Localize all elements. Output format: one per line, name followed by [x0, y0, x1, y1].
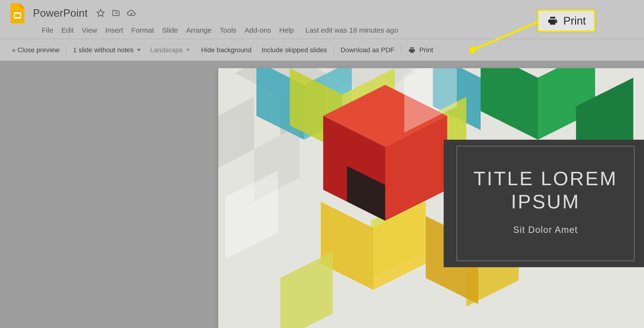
cloud-saved-icon[interactable]: [127, 8, 136, 18]
toolbar-separator: [66, 45, 66, 55]
move-to-folder-icon[interactable]: [112, 8, 120, 18]
svg-point-2: [414, 49, 414, 50]
slide-layout-dropdown[interactable]: 1 slide without notes: [73, 46, 141, 54]
download-pdf-button[interactable]: Download as PDF: [340, 46, 394, 54]
close-preview-button[interactable]: « Close preview: [12, 46, 60, 54]
menu-format[interactable]: Format: [132, 26, 154, 34]
menu-tools[interactable]: Tools: [220, 26, 236, 34]
annotation-highlight-dot: [469, 46, 476, 54]
star-icon[interactable]: [96, 8, 105, 18]
menu-file[interactable]: File: [42, 26, 53, 34]
menu-insert[interactable]: Insert: [106, 26, 123, 34]
app-logo-slides-icon: [10, 2, 26, 24]
include-skipped-button[interactable]: Include skipped slides: [262, 46, 327, 54]
menu-arrange[interactable]: Arrange: [186, 26, 212, 34]
orientation-label: Landscape: [150, 46, 183, 54]
print-icon: [408, 46, 416, 54]
slide-title-text: TITLE LOREM IPSUM: [466, 167, 624, 213]
slide-title-box: TITLE LOREM IPSUM Sit Dolor Amet: [444, 140, 644, 267]
document-title[interactable]: PowerPoint: [33, 7, 88, 19]
slide-preview: TITLE LOREM IPSUM Sit Dolor Amet: [218, 68, 644, 328]
print-button[interactable]: Print: [408, 46, 433, 54]
chevron-down-icon: [137, 49, 141, 51]
menu-slide[interactable]: Slide: [162, 26, 178, 34]
slide-layout-label: 1 slide without notes: [73, 46, 134, 54]
toolbar-separator: [334, 45, 334, 55]
slide-subtitle-text: Sit Dolor Amet: [513, 225, 578, 235]
menu-edit[interactable]: Edit: [61, 26, 74, 34]
svg-rect-1: [15, 14, 20, 17]
last-edit-text[interactable]: Last edit was 18 minutes ago: [306, 26, 398, 34]
menu-view[interactable]: View: [82, 26, 97, 34]
print-preview-toolbar: « Close preview 1 slide without notes La…: [0, 39, 644, 61]
orientation-dropdown[interactable]: Landscape: [150, 46, 190, 54]
menu-help[interactable]: Help: [279, 26, 294, 34]
svg-point-31: [555, 20, 556, 21]
hide-background-button[interactable]: Hide background: [201, 46, 252, 54]
print-icon: [547, 15, 558, 26]
annotation-callout-label: Print: [564, 14, 586, 27]
toolbar-separator: [401, 45, 401, 55]
annotation-callout-print: Print: [537, 9, 595, 32]
menu-addons[interactable]: Add-ons: [244, 26, 271, 34]
chevron-down-icon: [186, 49, 190, 51]
preview-canvas[interactable]: TITLE LOREM IPSUM Sit Dolor Amet: [0, 61, 644, 328]
print-button-label: Print: [419, 46, 433, 54]
slide-title-inner: TITLE LOREM IPSUM Sit Dolor Amet: [456, 146, 634, 261]
